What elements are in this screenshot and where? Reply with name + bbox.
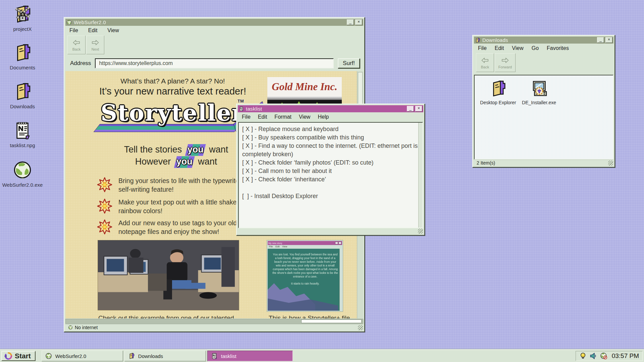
browser-horizontal-scrollbar[interactable] — [65, 319, 363, 324]
downloads-file-area: Desktop Explorer DE_Installer.exe — [474, 75, 613, 160]
you-highlight: you — [174, 156, 195, 168]
menu-format[interactable]: Format — [274, 114, 291, 120]
desktop-icon-label: projectX — [13, 26, 32, 32]
tasklist-titlebar[interactable]: tasklist _ × — [238, 105, 423, 112]
resize-grip[interactable] — [358, 325, 363, 330]
desktop-icon-tasklist[interactable]: tasklist.npg — [4, 121, 41, 148]
desktop-icon-label: Downloads — [10, 104, 35, 109]
file-de-installer[interactable]: DE_Installer.exe — [522, 79, 556, 105]
start-button[interactable]: Start — [1, 351, 36, 361]
browser-statusbar: No internet — [65, 324, 363, 330]
storyteller-logo: Storyteller+ TM — [101, 103, 245, 140]
tasklist-scrollbar[interactable] — [418, 123, 422, 228]
task-line: [ ] - Install Desktop Explorer — [242, 192, 419, 200]
menu-view[interactable]: View — [512, 45, 523, 51]
surf-button[interactable]: Surf! — [338, 58, 360, 68]
folder-icon — [128, 353, 135, 359]
desktop-icon-downloads[interactable]: Downloads — [4, 82, 41, 109]
desktop-icon-documents[interactable]: Documents — [4, 43, 41, 70]
folder-icon — [489, 79, 507, 98]
back-button[interactable]: Back — [476, 53, 494, 72]
task-line: [ X ] - Check folder ‘family photos’ (ED… — [242, 159, 419, 167]
ad-text: Gold Mine Inc. — [272, 81, 337, 93]
address-input[interactable] — [95, 58, 334, 68]
menu-favorites[interactable]: Favorites — [547, 45, 569, 51]
forward-arrow-icon — [501, 57, 509, 64]
ad-gradient-band — [267, 97, 342, 100]
next-button[interactable]: Next — [86, 36, 104, 54]
taskbar-button-websurfer[interactable]: WebSurfer2.0 — [42, 351, 123, 361]
caption-storyteller-link[interactable]: This is how a Storyteller+ file — [269, 314, 350, 318]
downloads-statusbar: 2 Item(s) — [474, 160, 613, 166]
back-arrow-icon — [72, 39, 81, 46]
websurfer-menubar: File Edit View — [65, 26, 363, 35]
story-body: You are lost. You find yourself between … — [268, 249, 342, 311]
lightbulb-icon[interactable] — [579, 352, 587, 360]
close-button[interactable]: × — [355, 19, 362, 25]
speaker-icon[interactable] — [590, 352, 597, 360]
page-tagline-1: What’s that? A plane? A star? No! — [65, 77, 280, 85]
folder-icon — [475, 38, 480, 43]
menu-edit[interactable]: Edit — [88, 27, 98, 34]
task-line: [ X ] - Buy speakers compatible with thi… — [242, 133, 419, 142]
menu-file[interactable]: File — [69, 27, 78, 34]
address-row: Address Surf! — [65, 56, 363, 71]
system-tray: 03:57 PM — [576, 351, 643, 361]
menu-help[interactable]: Help — [318, 114, 329, 120]
desktop: { "icons": { "minimize": "_", "close": "… — [0, 0, 644, 362]
close-button[interactable]: × — [415, 106, 422, 112]
downloads-titlebar[interactable]: Downloads _ × — [474, 37, 613, 44]
menu-view[interactable]: View — [107, 27, 119, 34]
page-tagline-2: It’s your new narrative text reader! — [65, 86, 280, 97]
forward-button[interactable]: Forward — [495, 53, 516, 72]
resize-grip[interactable] — [418, 229, 423, 234]
downloads-menubar: File Edit View Go Favorites — [474, 44, 613, 53]
story-menubar: File Edit View — [268, 245, 342, 249]
globe-icon — [68, 325, 73, 330]
back-button[interactable]: Back — [67, 36, 86, 54]
close-button[interactable]: × — [605, 37, 612, 43]
you-highlight: you — [185, 144, 206, 156]
item-count: 2 Item(s) — [477, 160, 495, 166]
locked-folder-icon — [13, 4, 32, 24]
taskbar-button-downloads[interactable]: Downloads — [124, 351, 206, 361]
desktop-icon-label: WebSurfer2.0.exe — [2, 182, 43, 188]
hscroll-thumb[interactable] — [301, 319, 362, 323]
tasklist-window: tasklist _ × File Edit Format View Help … — [236, 104, 425, 236]
minimize-button[interactable]: _ — [407, 106, 414, 112]
lan-party-photo — [98, 240, 239, 310]
websurfer-titlebar[interactable]: WebSurfer2.0 _ × — [65, 19, 363, 26]
task-line: completely broken) — [242, 150, 419, 159]
story-minimize-icon — [335, 242, 338, 244]
desktop-icon-projectx[interactable]: projectX — [4, 4, 41, 32]
starburst-icon — [97, 198, 112, 214]
folder-icon — [13, 82, 32, 101]
task-line: [ X ] - Call mom to tell her about it — [242, 167, 419, 175]
tasklist-text-area[interactable]: [ X ] - Replace mouse and keyboard [ X ]… — [238, 122, 423, 228]
downloads-toolbar: Back Forward — [474, 53, 613, 74]
taskbar: Start WebSurfer2.0 Downloads tasklist 03… — [0, 349, 644, 362]
menu-edit[interactable]: Edit — [495, 45, 504, 51]
window-title: Downloads — [482, 37, 508, 43]
menu-edit[interactable]: Edit — [258, 114, 267, 120]
minimize-button[interactable]: _ — [597, 37, 604, 43]
menu-view[interactable]: View — [299, 114, 310, 120]
minimize-button[interactable]: _ — [347, 19, 354, 25]
starburst-icon — [97, 219, 112, 235]
feature-bullet-2: Make your text pop out with a little sha… — [97, 198, 249, 215]
caption-example: Check out this example from one of our t… — [98, 314, 234, 318]
downloads-window: Downloads _ × File Edit View Go Favorite… — [472, 35, 615, 168]
installer-icon — [530, 79, 548, 98]
menu-file[interactable]: File — [242, 114, 251, 120]
file-desktop-explorer[interactable]: Desktop Explorer — [481, 79, 516, 105]
menu-file[interactable]: File — [478, 45, 487, 51]
menu-go[interactable]: Go — [532, 45, 539, 51]
no-internet-globe-icon[interactable] — [600, 352, 607, 360]
desktop-icon-websurfer[interactable]: WebSurfer2.0.exe — [4, 160, 41, 188]
taskbar-button-tasklist[interactable]: tasklist — [207, 351, 293, 361]
story-example-image: My new story File Edit View You are lost… — [267, 240, 343, 312]
resize-grip[interactable] — [608, 161, 613, 166]
notepad-icon — [211, 353, 218, 359]
task-line — [242, 184, 419, 192]
story-scrollbar — [339, 249, 342, 311]
